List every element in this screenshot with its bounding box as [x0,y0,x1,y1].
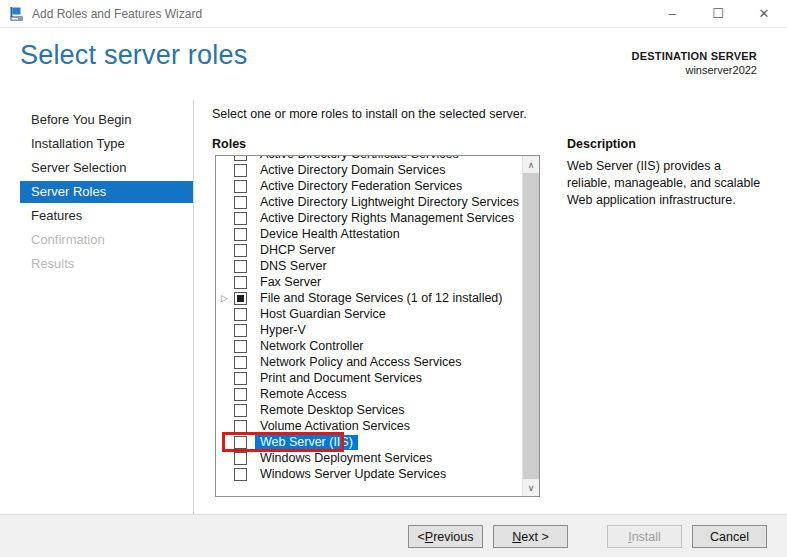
role-checkbox[interactable] [234,340,247,353]
role-checkbox[interactable] [234,212,247,225]
footer-bar: < PreviousNext >InstallCancel [0,514,787,557]
title-bar: Add Roles and Features Wizard – ☐ ✕ [0,0,787,28]
role-checkbox[interactable] [234,292,247,305]
role-checkbox[interactable] [234,420,247,433]
cancel-button[interactable]: Cancel [692,525,767,548]
role-row-active-directory-domain-services[interactable]: Active Directory Domain Services [216,162,522,178]
role-label[interactable]: Active Directory Lightweight Directory S… [255,195,522,210]
role-checkbox[interactable] [234,164,247,177]
role-label[interactable]: DHCP Server [255,243,340,258]
role-row-remote-access[interactable]: Remote Access [216,386,522,402]
role-label[interactable]: Hyper-V [255,323,311,338]
role-checkbox[interactable] [234,324,247,337]
sidebar-item-confirmation: Confirmation [0,229,193,251]
role-checkbox[interactable] [234,388,247,401]
wizard-nav: Before You BeginInstallation TypeServer … [0,100,194,514]
expander-icon[interactable]: ▷ [221,290,234,306]
role-row-remote-desktop-services[interactable]: Remote Desktop Services [216,402,522,418]
footer-buttons: < PreviousNext >InstallCancel [408,525,767,548]
role-checkbox[interactable] [234,452,247,465]
role-row-volume-activation-services[interactable]: Volume Activation Services [216,418,522,434]
minimize-icon[interactable]: – [649,0,695,27]
role-row-web-server-iis[interactable]: Web Server (IIS) [216,434,522,450]
role-checkbox[interactable] [234,372,247,385]
roles-label: Roles [212,137,246,151]
role-row-active-directory-federation-services[interactable]: Active Directory Federation Services [216,178,522,194]
destination-server-block: DESTINATION SERVER winserver2022 [632,50,757,76]
role-label[interactable]: Windows Server Update Services [255,467,451,482]
role-checkbox[interactable] [234,260,247,273]
install-button: Install [607,525,682,548]
sidebar-item-server-roles[interactable]: Server Roles [20,181,193,203]
role-row-fax-server[interactable]: Fax Server [216,274,522,290]
role-row-windows-server-update-services[interactable]: Windows Server Update Services [216,466,522,482]
role-label[interactable]: Print and Document Services [255,371,427,386]
role-label[interactable]: Active Directory Rights Management Servi… [255,211,519,226]
role-row-dns-server[interactable]: DNS Server [216,258,522,274]
role-checkbox[interactable] [234,228,247,241]
window-controls: – ☐ ✕ [649,0,787,27]
role-row-network-controller[interactable]: Network Controller [216,338,522,354]
description-text: Web Server (IIS) provides a reliable, ma… [567,158,767,209]
role-row-host-guardian-service[interactable]: Host Guardian Service [216,306,522,322]
intro-text: Select one or more roles to install on t… [212,107,527,121]
scroll-down-icon[interactable]: ∨ [523,479,539,496]
role-label[interactable]: File and Storage Services (1 of 12 insta… [255,291,508,306]
role-label[interactable]: Web Server (IIS) [255,435,358,450]
description-heading: Description [567,137,636,151]
role-checkbox[interactable] [234,356,247,369]
sidebar-item-features[interactable]: Features [0,205,193,227]
role-checkbox[interactable] [234,308,247,321]
previous-button[interactable]: < Previous [408,525,483,548]
scrollbar-thumb[interactable] [523,173,539,479]
server-manager-icon [9,6,25,22]
wizard-header: Select server roles DESTINATION SERVER w… [0,28,787,100]
content-pane: Select one or more roles to install on t… [194,100,787,514]
next-button[interactable]: Next > [493,525,568,548]
scroll-up-icon[interactable]: ∧ [523,156,539,173]
role-checkbox[interactable] [234,436,247,449]
role-label[interactable]: DNS Server [255,259,332,274]
role-label[interactable]: Network Policy and Access Services [255,355,466,370]
role-label[interactable]: Volume Activation Services [255,419,415,434]
role-label[interactable]: Network Controller [255,339,369,354]
role-row-windows-deployment-services[interactable]: Windows Deployment Services [216,450,522,466]
destination-server-label: DESTINATION SERVER [632,50,757,62]
role-row-network-policy-and-access-services[interactable]: Network Policy and Access Services [216,354,522,370]
window-title: Add Roles and Features Wizard [32,7,202,21]
sidebar-item-before-you-begin[interactable]: Before You Begin [0,109,193,131]
sidebar-item-server-selection[interactable]: Server Selection [0,157,193,179]
role-label[interactable]: Fax Server [255,275,326,290]
role-row-hyper-v[interactable]: Hyper-V [216,322,522,338]
page-title: Select server roles [20,40,247,71]
role-checkbox[interactable] [234,404,247,417]
role-label[interactable]: Remote Access [255,387,352,402]
roles-list: Active Directory Certificate ServicesAct… [216,156,522,496]
destination-server-name: winserver2022 [632,64,757,76]
roles-scrollbar[interactable]: ∧ ∨ [522,156,539,496]
role-label[interactable]: Host Guardian Service [255,307,391,322]
role-label[interactable]: Remote Desktop Services [255,403,410,418]
role-row-file-and-storage-services-1-of-12-installed[interactable]: ▷File and Storage Services (1 of 12 inst… [216,290,522,306]
role-label[interactable]: Device Health Attestation [255,227,405,242]
close-icon[interactable]: ✕ [741,0,787,27]
role-label[interactable]: Active Directory Federation Services [255,179,467,194]
role-checkbox[interactable] [234,276,247,289]
roles-listbox: Active Directory Certificate ServicesAct… [215,155,540,497]
role-checkbox[interactable] [234,244,247,257]
role-checkbox[interactable] [234,196,247,209]
role-label[interactable]: Active Directory Certificate Services [255,156,464,162]
role-row-dhcp-server[interactable]: DHCP Server [216,242,522,258]
role-row-active-directory-lightweight-directory-services[interactable]: Active Directory Lightweight Directory S… [216,194,522,210]
role-checkbox[interactable] [234,156,247,161]
maximize-icon[interactable]: ☐ [695,0,741,27]
role-row-device-health-attestation[interactable]: Device Health Attestation [216,226,522,242]
role-checkbox[interactable] [234,468,247,481]
sidebar-item-installation-type[interactable]: Installation Type [0,133,193,155]
role-checkbox[interactable] [234,180,247,193]
role-label[interactable]: Active Directory Domain Services [255,163,450,178]
sidebar-item-results: Results [0,253,193,275]
role-row-print-and-document-services[interactable]: Print and Document Services [216,370,522,386]
role-label[interactable]: Windows Deployment Services [255,451,437,466]
role-row-active-directory-rights-management-services[interactable]: Active Directory Rights Management Servi… [216,210,522,226]
